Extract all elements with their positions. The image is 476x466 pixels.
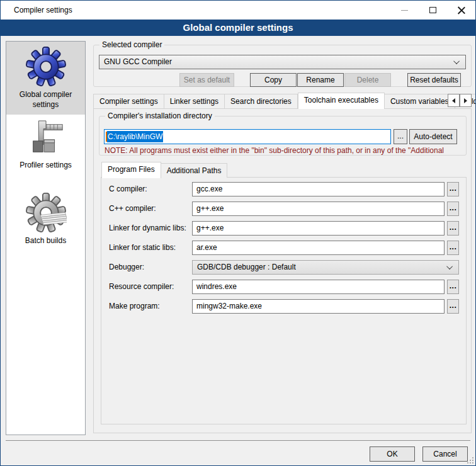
arrow-right-icon [464, 98, 467, 103]
copy-button[interactable]: Copy [250, 73, 297, 87]
rename-button[interactable]: Rename [297, 73, 344, 87]
gray-gear-stack-icon [25, 192, 67, 234]
make-program-input[interactable]: mingw32-make.exe [192, 299, 445, 314]
delete-button[interactable]: Delete [344, 73, 391, 87]
static-linker-label: Linker for static libs: [109, 241, 176, 255]
close-button[interactable] [447, 1, 475, 20]
tab-scroll-left-button[interactable] [448, 94, 460, 107]
program-files-tab-strip: Program Files Additional Paths [101, 162, 227, 178]
group-legend: Selected compiler [99, 40, 164, 49]
ok-button[interactable]: OK [370, 446, 415, 462]
caption-buttons [390, 1, 475, 20]
selected-compiler-group: Selected compiler GNU GCC Compiler Set a… [93, 45, 472, 87]
dynamic-linker-label: Linker for dynamic libs: [109, 221, 186, 236]
chevron-down-icon [453, 58, 460, 64]
c-compiler-input[interactable]: gcc.exe [192, 182, 445, 196]
cpp-compiler-browse-button[interactable]: ... [447, 202, 459, 216]
reset-defaults-button[interactable]: Reset defaults [407, 73, 461, 87]
dynamic-linker-browse-button[interactable]: ... [447, 221, 459, 236]
sidebar-item-profiler-settings[interactable]: Profiler settings [6, 115, 85, 188]
set-as-default-button[interactable]: Set as default [179, 73, 234, 87]
debugger-select-value: GDB/CDB debugger : Default [197, 263, 296, 271]
titlebar: Compiler settings [1, 1, 475, 20]
cpp-compiler-input[interactable]: g++.exe [192, 202, 445, 216]
sidebar-item-label: Profiler settings [13, 161, 79, 171]
sidebar-item-batch-builds[interactable]: Batch builds [6, 188, 85, 261]
dynamic-linker-input[interactable]: g++.exe [192, 221, 445, 236]
blue-gear-icon [25, 46, 67, 88]
tab-additional-paths[interactable]: Additional Paths [161, 163, 228, 178]
tab-toolchain-executables[interactable]: Toolchain executables [298, 93, 385, 109]
caliper-icon [26, 119, 65, 158]
group-legend: Compiler's installation directory [105, 111, 215, 120]
minimize-button[interactable] [390, 1, 419, 20]
compiler-select[interactable]: GNU GCC Compiler [99, 55, 466, 69]
debugger-label: Debugger: [109, 260, 144, 275]
tab-search-directories[interactable]: Search directories [225, 94, 298, 108]
page-title: Global compiler settings [1, 20, 475, 36]
sidebar-item-label: Batch builds [13, 236, 79, 246]
close-icon [458, 6, 465, 14]
installation-directory-input[interactable]: C:\raylib\MinGW [104, 129, 391, 144]
tab-custom-variables[interactable]: Custom variables [385, 94, 455, 108]
compiler-settings-dialog: Compiler settings Global compiler settin… [0, 0, 476, 466]
cancel-button[interactable]: Cancel [422, 446, 468, 462]
debugger-select[interactable]: GDB/CDB debugger : Default [192, 260, 459, 275]
arrow-left-icon [452, 98, 455, 103]
maximize-button[interactable] [419, 1, 447, 20]
chevron-down-icon [446, 263, 453, 270]
cpp-compiler-label: C++ compiler: [109, 202, 156, 216]
resource-compiler-input[interactable]: windres.exe [192, 280, 445, 294]
resource-compiler-browse-button[interactable]: ... [447, 280, 459, 294]
tab-compiler-settings[interactable]: Compiler settings [93, 94, 164, 108]
settings-tab-strip: Compiler settings Linker settings Search… [93, 92, 476, 108]
tab-program-files[interactable]: Program Files [101, 162, 161, 178]
settings-category-list: Global compiler settings Profiler settin… [6, 41, 86, 435]
resize-grip[interactable] [467, 457, 474, 464]
static-linker-input[interactable]: ar.exe [192, 241, 445, 255]
sidebar-item-global-compiler-settings[interactable]: Global compiler settings [6, 42, 85, 115]
installation-directory-group: Compiler's installation directory C:\ray… [99, 116, 467, 156]
window-title: Compiler settings [14, 1, 72, 20]
static-linker-browse-button[interactable]: ... [447, 241, 459, 255]
c-compiler-browse-button[interactable]: ... [447, 182, 459, 196]
installation-directory-value: C:\raylib\MinGW [107, 131, 163, 142]
c-compiler-label: C compiler: [109, 182, 147, 196]
sidebar-item-label: Global compiler settings [13, 90, 79, 110]
bin-subdirectory-note: NOTE: All programs must exist either in … [105, 146, 465, 155]
footer-divider [6, 440, 470, 441]
make-program-label: Make program: [109, 299, 160, 314]
maximize-icon [429, 7, 436, 13]
tab-linker-settings[interactable]: Linker settings [164, 94, 225, 108]
tab-scroll-right-button[interactable] [460, 94, 472, 107]
make-program-browse-button[interactable]: ... [447, 299, 459, 314]
auto-detect-button[interactable]: Auto-detect [409, 129, 457, 144]
minimize-icon [401, 10, 408, 11]
compiler-select-value: GNU GCC Compiler [104, 57, 172, 66]
browse-directory-button[interactable]: ... [394, 129, 407, 144]
resource-compiler-label: Resource compiler: [109, 280, 174, 294]
